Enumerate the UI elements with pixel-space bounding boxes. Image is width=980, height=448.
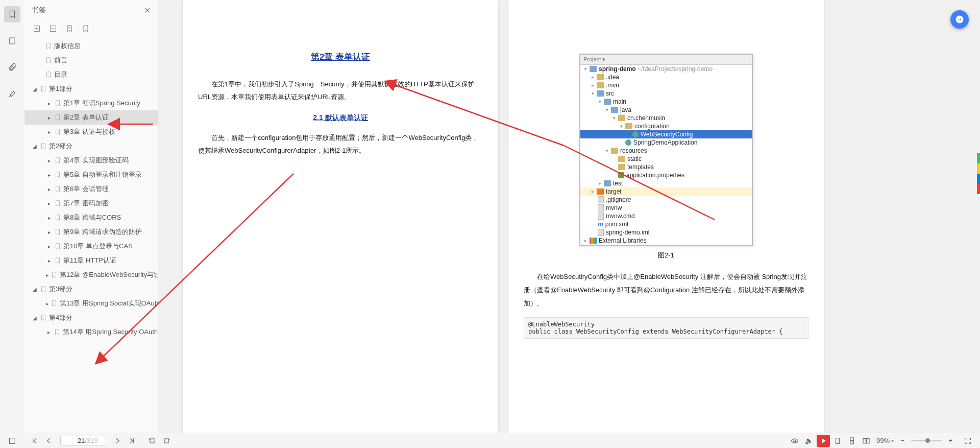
zoom-value: 99% bbox=[876, 437, 890, 444]
bookmark-label: 第3章 认证与授权 bbox=[63, 127, 115, 136]
bookmark-item-ch7[interactable]: ▸第7章 密码加密 bbox=[24, 196, 158, 210]
bookmark-label: 第8章 跨域与CORS bbox=[63, 213, 121, 222]
ide-root-path: ~/IdeaProjects/spring-demo bbox=[638, 65, 713, 73]
bookmark-item-ch10[interactable]: ▸第10章 单点登录与CAS bbox=[24, 239, 158, 253]
ide-node: mvnw.cmd bbox=[606, 213, 635, 220]
bookmark-item-toc[interactable]: 目录 bbox=[24, 67, 158, 82]
bookmark-label: 第3部分 bbox=[49, 285, 72, 294]
assistant-float-button[interactable] bbox=[950, 10, 969, 29]
section-heading: 2.1 默认表单认证 bbox=[198, 113, 483, 123]
ide-screenshot: Project ▾ ▾spring-demo ~/IdeaProjects/sp… bbox=[579, 54, 753, 246]
figure-label: 图2-1 bbox=[524, 251, 808, 260]
chapter-heading: 第2章 表单认证 bbox=[198, 51, 483, 63]
zoom-slider[interactable] bbox=[911, 440, 942, 441]
bookmark-label: 目录 bbox=[54, 70, 67, 79]
bookmark-label: 第10章 单点登录与CAS bbox=[63, 242, 133, 251]
bookmark-item-ch2[interactable]: ▸第2章 表单认证 bbox=[24, 110, 158, 125]
bookmark-item-ch1[interactable]: ▸第1章 初识Spring Security bbox=[24, 96, 158, 110]
left-icon-rail bbox=[0, 0, 24, 433]
last-page-button[interactable] bbox=[125, 435, 138, 447]
bookmark-item-ch12[interactable]: ▸第12章 @EnableWebSecurity与过滤器 bbox=[24, 268, 158, 282]
ide-node: spring-demo.iml bbox=[606, 229, 649, 236]
ide-top-label: Project bbox=[583, 56, 601, 62]
next-page-button[interactable] bbox=[111, 435, 124, 447]
bookmark-item-ch4[interactable]: ▸第4章 实现图形验证码 bbox=[24, 153, 158, 168]
bookmark-item-ch11[interactable]: ▸第11章 HTTP认证 bbox=[24, 253, 158, 268]
zoom-out-button[interactable]: − bbox=[896, 435, 909, 447]
document-area: 第2章 表单认证 在第1章中，我们初步引入了Spring Security，并使… bbox=[158, 0, 980, 433]
bookmark-item-ch5[interactable]: ▸第5章 自动登录和注销登录 bbox=[24, 168, 158, 182]
svg-rect-8 bbox=[150, 439, 154, 443]
paragraph: 在给WebSecutiryConfig类中加上@EnableWebSecurit… bbox=[524, 270, 808, 310]
bookmark-label: 第4章 实现图形验证码 bbox=[63, 156, 129, 165]
speaker-button[interactable]: 🔈 bbox=[802, 435, 816, 447]
ide-node: configuration bbox=[634, 123, 670, 130]
page-total: /319 bbox=[85, 437, 97, 444]
fullscreen-button[interactable] bbox=[961, 435, 974, 447]
bookmark-item-part3[interactable]: ◢第3部分 bbox=[24, 282, 158, 296]
ide-node: target bbox=[606, 188, 622, 195]
ide-node: External Libraries bbox=[599, 237, 646, 244]
collapse-all-icon[interactable] bbox=[48, 23, 58, 34]
ide-node: main bbox=[613, 98, 626, 105]
continuous-button[interactable] bbox=[845, 435, 859, 447]
two-page-button[interactable] bbox=[860, 435, 873, 447]
bookmark-item-ch14[interactable]: ▸第14章 用Spring Security OAuth bbox=[24, 325, 158, 339]
edge-color-bars bbox=[977, 153, 980, 194]
bookmark-item-part1[interactable]: ◢第1部分 bbox=[24, 82, 158, 96]
bookmark-label: 第14章 用Spring Security OAuth bbox=[63, 327, 158, 337]
bookmark-title: 书签 bbox=[32, 6, 46, 15]
bookmark-label: 第13章 用Spring Social实现OAuth bbox=[60, 299, 158, 308]
ide-node: resources bbox=[620, 147, 647, 154]
svg-rect-15 bbox=[867, 438, 869, 443]
bookmark-item-ch8[interactable]: ▸第8章 跨域与CORS bbox=[24, 210, 158, 225]
close-icon[interactable]: ✕ bbox=[144, 6, 151, 15]
ide-node: SpringDemoApplication bbox=[633, 139, 697, 146]
bookmark-item-part4[interactable]: ◢第4部分 bbox=[24, 311, 158, 325]
add-bookmark-icon[interactable] bbox=[64, 23, 75, 34]
svg-rect-9 bbox=[164, 439, 168, 443]
bookmark-label: 第12章 @EnableWebSecurity与过滤器 bbox=[60, 270, 158, 279]
bookmark-item-copyright[interactable]: 版权信息 bbox=[24, 39, 158, 53]
view-mode-button[interactable] bbox=[6, 435, 19, 447]
bookmark-label: 第2章 表单认证 bbox=[63, 113, 109, 122]
record-button[interactable] bbox=[817, 435, 830, 447]
pdf-page-right: Project ▾ ▾spring-demo ~/IdeaProjects/sp… bbox=[508, 0, 824, 433]
bookmark-item-ch6[interactable]: ▸第6章 会话管理 bbox=[24, 182, 158, 196]
first-page-button[interactable] bbox=[28, 435, 41, 447]
attachments-rail-button[interactable] bbox=[4, 59, 20, 76]
sign-rail-button[interactable] bbox=[4, 86, 20, 102]
ide-node: templates bbox=[627, 163, 654, 171]
ide-node: .idea bbox=[606, 74, 619, 81]
pages-rail-button[interactable] bbox=[4, 33, 20, 49]
bookmarks-rail-button[interactable] bbox=[4, 6, 20, 22]
bookmark-item-ch13[interactable]: ▸第13章 用Spring Social实现OAuth bbox=[24, 296, 158, 311]
eye-protect-button[interactable] bbox=[788, 435, 801, 447]
bookmark-item-part2[interactable]: ◢第2部分 bbox=[24, 139, 158, 153]
bookmark-outline-icon[interactable] bbox=[81, 23, 91, 34]
page-number-field[interactable] bbox=[68, 437, 85, 444]
zoom-control: 99% ▾ − + bbox=[876, 435, 958, 447]
prev-page-button[interactable] bbox=[42, 435, 56, 447]
bookmark-label: 第9章 跨域请求伪造的防护 bbox=[63, 227, 142, 237]
rotate-left-button[interactable] bbox=[145, 435, 159, 447]
rotate-right-button[interactable] bbox=[160, 435, 173, 447]
svg-rect-13 bbox=[850, 441, 854, 443]
bookmark-item-ch3[interactable]: ▸第3章 认证与授权 bbox=[24, 125, 158, 139]
ide-node: src bbox=[606, 90, 614, 97]
single-page-button[interactable] bbox=[831, 435, 844, 447]
ide-node: static bbox=[627, 155, 642, 162]
expand-all-icon[interactable] bbox=[32, 23, 42, 34]
bookmark-label: 第7章 密码加密 bbox=[63, 199, 109, 208]
svg-rect-14 bbox=[863, 438, 866, 443]
bookmark-label: 版权信息 bbox=[54, 41, 81, 51]
paragraph: 在第1章中，我们初步引入了Spring Security，并使用其默认生效的HT… bbox=[198, 78, 483, 103]
bookmark-item-preface[interactable]: 前言 bbox=[24, 53, 158, 67]
bookmark-tree: 版权信息 前言 目录 ◢第1部分 ▸第1章 初识Spring Security … bbox=[24, 37, 158, 433]
bookmark-header: 书签 ✕ bbox=[24, 0, 158, 20]
zoom-in-button[interactable]: + bbox=[944, 435, 957, 447]
svg-rect-0 bbox=[10, 38, 15, 44]
svg-rect-12 bbox=[850, 438, 854, 440]
bookmark-item-ch9[interactable]: ▸第9章 跨域请求伪造的防护 bbox=[24, 225, 158, 239]
page-number-input[interactable]: /319 bbox=[60, 436, 106, 445]
